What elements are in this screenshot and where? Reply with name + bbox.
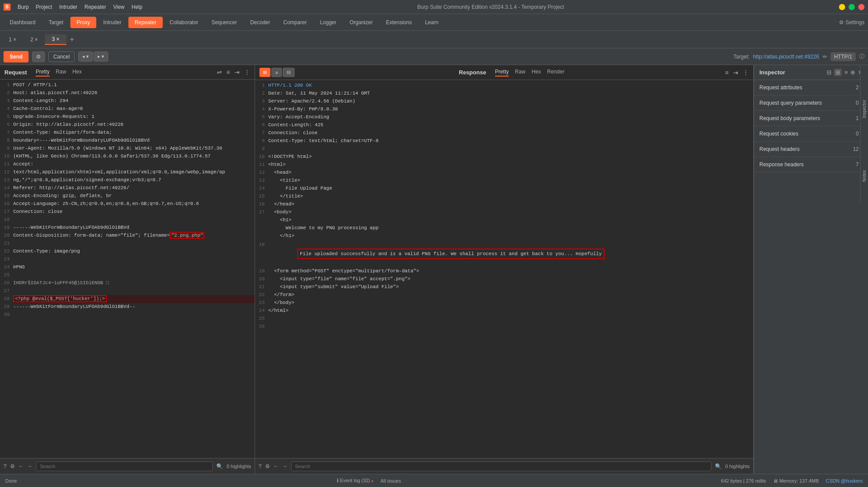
response-tab-hex[interactable]: Hex [532, 69, 541, 77]
inspector-query-params[interactable]: Request query parameters 0 ▾ [754, 95, 868, 111]
edit-target-icon[interactable]: ✏ [823, 54, 827, 60]
request-line-3: 3Content-Length: 294 [0, 97, 255, 105]
minimize-button[interactable] [839, 4, 845, 10]
add-tab-button[interactable]: + [66, 34, 77, 45]
request-line-29: 29------WebKitFormBoundaryLUFOAb9dGlOiBB… [0, 303, 255, 311]
inspector-list-icon[interactable]: ⊟ [827, 69, 832, 76]
request-line-8: 8boundary=----WebKitFormBoundaryLUFOAb9d… [0, 137, 255, 145]
menu-project[interactable]: Project [36, 4, 52, 10]
response-line-17: 17 <body> [255, 209, 753, 216]
response-tab-pretty[interactable]: Pretty [495, 69, 509, 77]
inspector-request-attributes[interactable]: Request attributes 2 ▾ [754, 80, 868, 95]
nav-tab-decoder[interactable]: Decoder [244, 17, 276, 28]
request-line-11: 11Accept: [0, 161, 255, 168]
request-search-input[interactable] [36, 461, 213, 471]
request-tab-hex[interactable]: Hex [73, 68, 82, 77]
response-help-icon[interactable]: ? [259, 463, 262, 469]
inspector-align-icon[interactable]: ≡ [844, 69, 848, 76]
response-more-icon[interactable]: ⋮ [743, 69, 749, 76]
nav-tab-comparer[interactable]: Comparer [277, 17, 313, 28]
view-toggle-2[interactable]: ≡ [271, 68, 282, 77]
nav-tab-extensions[interactable]: Extensions [380, 17, 418, 28]
request-help-icon[interactable]: ? [4, 463, 7, 469]
response-search-input[interactable] [291, 461, 712, 471]
repeater-tab-2[interactable]: 2 × [23, 35, 45, 44]
nav-tab-logger[interactable]: Logger [314, 17, 343, 28]
response-search-icon[interactable]: 🔍 [715, 463, 722, 469]
menu-repeater[interactable]: Repeater [84, 4, 106, 10]
menu-view[interactable]: View [113, 4, 124, 10]
request-tab-pretty[interactable]: Pretty [36, 68, 49, 77]
response-panel-title: Response [459, 69, 486, 76]
menu-help[interactable]: Help [131, 4, 142, 10]
line-content-15: Accept-Encoding: gzip, deflate, br [13, 192, 255, 200]
cancel-button[interactable]: Cancel [48, 51, 74, 62]
http-version-badge[interactable]: HTTP/1 [831, 52, 856, 61]
request-back-icon[interactable]: ← [18, 463, 24, 469]
inspector-side-tab[interactable]: Inspector [860, 98, 868, 120]
close-button[interactable] [858, 4, 864, 10]
line-num-29: 29 [0, 303, 13, 311]
repeater-tab-3[interactable]: 3 × [45, 34, 66, 45]
response-settings-icon[interactable]: ⚙ [265, 463, 270, 469]
prev-arrow[interactable]: ◂ ▾ [78, 51, 93, 62]
response-forward-icon[interactable]: → [282, 463, 288, 469]
request-settings-button[interactable]: ⚙ [32, 51, 45, 62]
inspector-grid-icon[interactable]: ⊞ [834, 69, 842, 76]
nav-tab-repeater[interactable]: Repeater [128, 17, 162, 28]
http-info-icon[interactable]: ⓘ [859, 53, 864, 60]
response-indent-icon[interactable]: ⇥ [733, 69, 738, 76]
resp-content-9 [268, 145, 753, 153]
inspector-resp-headers[interactable]: Response headers 7 ▾ [754, 157, 868, 172]
response-back-icon[interactable]: ← [274, 463, 279, 469]
all-issues[interactable]: All issues [380, 478, 401, 483]
maximize-button[interactable] [849, 4, 855, 10]
menu-burp[interactable]: Burp [18, 4, 29, 10]
send-button[interactable]: Send [4, 51, 29, 62]
inspector-content: Request attributes 2 ▾ Request query par… [754, 80, 868, 474]
settings-button[interactable]: ⚙ Settings [839, 19, 864, 26]
event-log[interactable]: ℹ Event log (32) ● [337, 478, 373, 483]
resp-line-num-1: 1 [255, 82, 268, 90]
request-code-area[interactable]: 1POST / HTTP/1.1 2Host: atlas.picoctf.ne… [0, 80, 255, 458]
notes-side-tab[interactable]: Notes [860, 168, 868, 183]
inspector-cookies[interactable]: Request cookies 0 ▾ [754, 126, 868, 142]
view-toggle-3[interactable]: ⊟ [283, 68, 295, 77]
nav-tab-proxy[interactable]: Proxy [70, 17, 96, 28]
repeater-tab-1[interactable]: 1 × [2, 35, 23, 44]
request-forward-icon[interactable]: → [27, 463, 33, 469]
more-options-icon[interactable]: ⋮ [244, 69, 250, 76]
response-line-11: 11<html> [255, 161, 753, 169]
inspector-settings-icon[interactable]: ⊕ [850, 69, 855, 76]
nav-tab-intruder[interactable]: Intruder [97, 17, 128, 28]
view-toggle-1[interactable]: ⊞ [259, 68, 270, 77]
response-line-19: 19 <form method="POST" enctype="multipar… [255, 267, 753, 275]
nav-tab-organizer[interactable]: Organizer [343, 17, 379, 28]
menu-intruder[interactable]: Intruder [59, 4, 77, 10]
word-wrap-icon[interactable]: ⇌ [217, 69, 222, 76]
request-settings-icon[interactable]: ⚙ [10, 463, 15, 469]
nav-tab-dashboard[interactable]: Dashboard [4, 17, 42, 28]
request-tab-raw[interactable]: Raw [56, 68, 66, 77]
request-search-icon[interactable]: 🔍 [216, 463, 223, 469]
nav-tab-learn[interactable]: Learn [419, 17, 445, 28]
line-num-21: 21 [0, 240, 13, 248]
nav-tab-sequencer[interactable]: Sequencer [205, 17, 243, 28]
target-url[interactable]: http://atlas.picoctf.net:49226 [753, 54, 819, 60]
indent-icon[interactable]: ⇥ [234, 69, 240, 76]
inspector-req-headers[interactable]: Request headers 12 ▾ [754, 142, 868, 157]
list-view-icon[interactable]: ≡ [226, 69, 230, 76]
inspector-body-params[interactable]: Request body parameters 1 ▾ [754, 111, 868, 126]
next-arrow[interactable]: ▸ ▾ [94, 51, 108, 62]
response-tab-render[interactable]: Render [547, 69, 564, 77]
request-line-20: 20Content-Disposition: form-data; name="… [0, 232, 255, 240]
response-tab-raw[interactable]: Raw [515, 69, 525, 77]
nav-tab-collaborator[interactable]: Collaborator [164, 17, 204, 28]
response-list-icon[interactable]: ≡ [725, 69, 729, 76]
line-num-19: 19 [0, 224, 13, 232]
inspector-panel: Inspector ⊟ ⊞ ≡ ⊕ ✕ Request attributes 2… [754, 65, 868, 474]
line-num-27: 27 [0, 287, 13, 295]
resp-content-14: File Upload Page [268, 185, 753, 193]
nav-tab-target[interactable]: Target [43, 17, 69, 28]
response-code-area[interactable]: 1HTTP/1.1 200 OK 2Date: Sat, 11 May 2024… [255, 80, 753, 458]
